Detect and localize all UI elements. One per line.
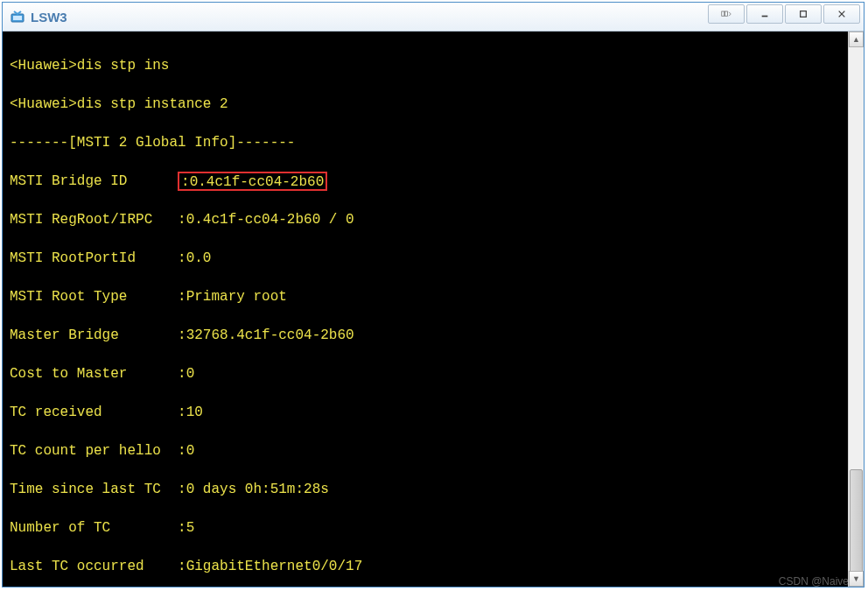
app-window: LSW3 <Huawei>dis stp ins <Huawei>dis stp…	[2, 2, 864, 587]
svg-rect-2	[722, 11, 724, 16]
field-label: MSTI Root Type	[10, 289, 178, 305]
field-label: TC received	[10, 405, 178, 420]
svg-rect-1	[13, 16, 22, 20]
field-value: :Primary root	[178, 289, 287, 305]
close-button[interactable]	[823, 4, 860, 24]
field-value: :0.0	[178, 250, 211, 266]
field-value: :5	[178, 520, 194, 536]
vertical-scrollbar[interactable]: ▲ ▼	[848, 32, 864, 587]
field-value: :0.4c1f-cc04-2b60 / 0	[178, 212, 354, 228]
field-value: :32768.4c1f-cc04-2b60	[178, 327, 354, 343]
scroll-thumb[interactable]	[850, 469, 863, 574]
field-label: Time since last TC	[10, 482, 178, 497]
field-label: TC count per hello	[10, 443, 178, 459]
prompt-line: <Huawei>dis stp instance 2	[10, 96, 228, 112]
field-label: MSTI RegRoot/IRPC	[10, 212, 178, 228]
scroll-down-button[interactable]: ▼	[849, 571, 864, 587]
field-label: Number of TC	[10, 520, 178, 536]
app-icon	[10, 9, 25, 25]
maximize-button[interactable]	[785, 4, 822, 24]
field-label: Master Bridge	[10, 327, 178, 343]
svg-rect-3	[725, 11, 728, 16]
field-label: MSTI Bridge ID	[10, 173, 178, 189]
window-controls	[706, 4, 860, 24]
titlebar[interactable]: LSW3	[3, 3, 864, 32]
minimize-button[interactable]	[746, 4, 783, 24]
tab-overflow-button[interactable]	[708, 4, 745, 24]
field-value: :0 days 0h:51m:28s	[178, 482, 329, 497]
scroll-up-button[interactable]: ▲	[849, 32, 864, 47]
svg-rect-5	[801, 11, 807, 18]
field-label: Last TC occurred	[10, 559, 178, 574]
window-title: LSW3	[31, 10, 67, 25]
bridge-id-highlight: :0.4c1f-cc04-2b60	[178, 172, 327, 191]
field-label: Cost to Master	[10, 366, 178, 382]
field-value: :GigabitEthernet0/0/17	[178, 559, 362, 574]
field-value: :10	[178, 405, 203, 420]
section-header: -------[MSTI 2 Global Info]-------	[10, 133, 841, 152]
prompt-line: <Huawei>dis stp ins	[10, 58, 169, 74]
field-value: :0	[178, 443, 194, 459]
field-label: MSTI RootPortId	[10, 250, 178, 266]
terminal-output[interactable]: <Huawei>dis stp ins <Huawei>dis stp inst…	[3, 32, 848, 587]
field-value: :0	[178, 366, 194, 382]
terminal-area: <Huawei>dis stp ins <Huawei>dis stp inst…	[3, 32, 864, 587]
